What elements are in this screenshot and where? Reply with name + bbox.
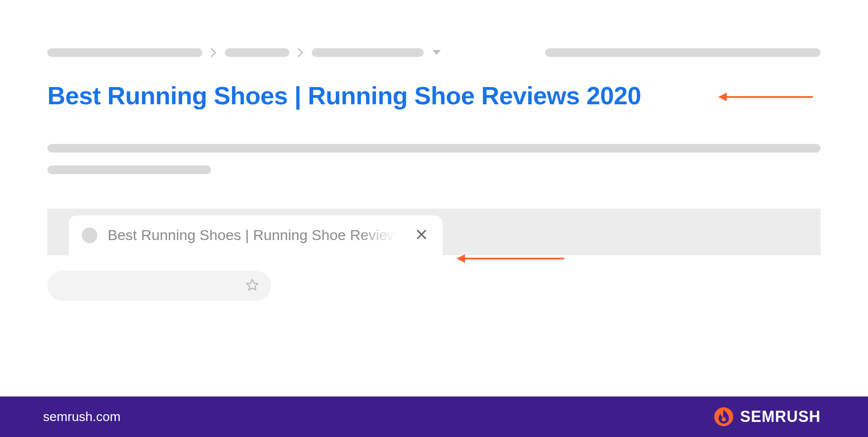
breadcrumb-segment <box>312 48 424 57</box>
breadcrumb-segment <box>47 48 202 57</box>
arrow-stem <box>465 258 564 259</box>
brand-logo: SEMRUSH <box>713 406 821 427</box>
callout-arrow <box>456 254 564 263</box>
svg-point-1 <box>722 417 726 421</box>
close-icon[interactable] <box>416 229 427 242</box>
placeholder-bar <box>47 144 821 153</box>
footer: semrush.com SEMRUSH <box>0 396 868 437</box>
content-area: Best Running Shoes | Running Shoe Review… <box>47 47 821 301</box>
placeholder-bar <box>47 165 211 174</box>
caret-down-icon <box>431 49 442 56</box>
brand-text: SEMRUSH <box>740 408 821 426</box>
browser-tab[interactable]: Best Running Shoes | Running Shoe Review… <box>69 215 443 255</box>
chevron-right-icon <box>210 47 217 58</box>
illustration-canvas: Best Running Shoes | Running Shoe Review… <box>0 0 868 437</box>
fade-overlay <box>359 227 411 243</box>
browser-tab-strip: Best Running Shoes | Running Shoe Review… <box>47 209 821 255</box>
footer-domain: semrush.com <box>43 409 121 424</box>
arrow-left-icon <box>456 254 465 263</box>
flame-icon <box>713 406 734 427</box>
serp-title: Best Running Shoes | Running Shoe Review… <box>47 82 821 109</box>
arrow-stem <box>727 96 813 98</box>
breadcrumb <box>47 47 821 58</box>
arrow-left-icon <box>718 93 727 101</box>
favicon-icon <box>82 228 97 243</box>
serp-snippet <box>47 144 821 174</box>
placeholder-bar <box>545 48 821 57</box>
chevron-right-icon <box>297 47 304 58</box>
callout-arrow <box>718 93 813 101</box>
tab-title-wrap: Best Running Shoes | Running Shoe Review… <box>108 227 411 243</box>
breadcrumb-segment <box>225 48 289 57</box>
star-icon[interactable] <box>245 278 259 293</box>
address-bar[interactable] <box>47 271 271 301</box>
